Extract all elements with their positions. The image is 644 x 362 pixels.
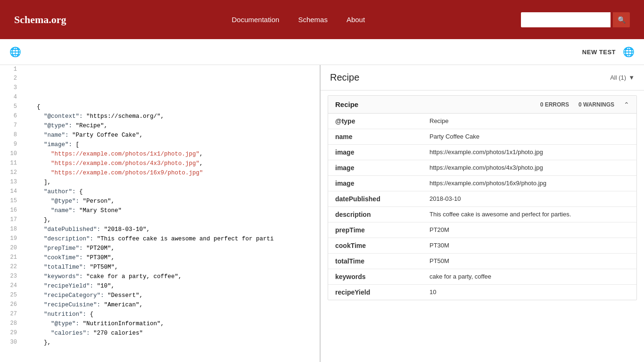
code-line: 4 type</span>=<span class="attr-value">"… bbox=[0, 93, 320, 102]
line-content: "@type": "Person", bbox=[23, 197, 316, 206]
property-value: https://example.com/photos/1x1/photo.jpg bbox=[422, 145, 636, 160]
code-line: 8 "name": "Party Coffee Cake", bbox=[0, 131, 320, 140]
line-number: 4 bbox=[4, 93, 17, 102]
toolbar: 🌐 NEW TEST 🌐 bbox=[0, 39, 644, 65]
line-number: 27 bbox=[4, 310, 17, 319]
line-number: 1 bbox=[4, 65, 17, 74]
property-value: 10 bbox=[422, 285, 636, 300]
line-number: 18 bbox=[4, 225, 17, 234]
property-key: image bbox=[328, 176, 422, 191]
nav: Documentation Schemas About bbox=[95, 16, 502, 24]
search-input[interactable] bbox=[521, 12, 611, 27]
code-line: 27 "nutrition": { bbox=[0, 310, 320, 319]
property-value: Party Coffee Cake bbox=[422, 129, 636, 145]
property-key: cookTime bbox=[328, 238, 422, 254]
line-content: "https://example.com/photos/4x3/photo.jp… bbox=[23, 159, 316, 168]
property-key: recipeYield bbox=[328, 285, 422, 300]
line-content: "@type": "NutritionInformation", bbox=[23, 319, 316, 329]
search-area: 🔍 bbox=[521, 12, 630, 27]
line-content: }, bbox=[23, 215, 316, 225]
line-content: ], bbox=[23, 178, 316, 187]
search-button[interactable]: 🔍 bbox=[613, 12, 630, 27]
line-number: 25 bbox=[4, 291, 17, 300]
line-number: 28 bbox=[4, 319, 17, 329]
property-value: https://example.com/photos/4x3/photo.jpg bbox=[422, 160, 636, 176]
line-number: 24 bbox=[4, 281, 17, 291]
line-content: "author": { bbox=[23, 187, 316, 197]
chevron-up-icon[interactable]: ⌃ bbox=[624, 101, 629, 108]
all-badge[interactable]: All (1) ▼ bbox=[610, 74, 635, 81]
line-number: 11 bbox=[4, 159, 17, 168]
line-number: 17 bbox=[4, 215, 17, 225]
code-line: 22 "totalTime": "PT50M", bbox=[0, 263, 320, 272]
results-section-header: Recipe 0 ERRORS 0 WARNINGS ⌃ bbox=[328, 96, 636, 114]
all-badge-label: All (1) bbox=[610, 74, 626, 81]
code-line: 21 "cookTime": "PT30M", bbox=[0, 253, 320, 263]
line-number: 3 bbox=[4, 83, 17, 93]
globe-right-icon[interactable]: 🌐 bbox=[623, 46, 635, 58]
nav-about[interactable]: About bbox=[347, 16, 365, 24]
line-content: "totalTime": "PT50M", bbox=[23, 263, 316, 272]
code-panel: 12 3 </span><span class="string-val">Par… bbox=[0, 65, 321, 362]
property-key: datePublished bbox=[328, 191, 422, 207]
results-section: Recipe 0 ERRORS 0 WARNINGS ⌃ @typeRecipe… bbox=[328, 95, 637, 300]
property-key: prepTime bbox=[328, 222, 422, 238]
line-content: "image": [ bbox=[23, 140, 316, 149]
line-content: "@context": "https://schema.org/", bbox=[23, 112, 316, 121]
property-value: PT50M bbox=[422, 254, 636, 269]
code-line: 30 }, bbox=[0, 338, 320, 347]
property-value: Recipe bbox=[422, 114, 636, 129]
line-number: 10 bbox=[4, 149, 17, 159]
code-line: 23 "keywords": "cake for a party, coffee… bbox=[0, 272, 320, 281]
property-key: image bbox=[328, 160, 422, 176]
logo[interactable]: Schema.org bbox=[14, 14, 66, 26]
line-number: 6 bbox=[4, 112, 17, 121]
line-content: "description": "This coffee cake is awes… bbox=[23, 234, 316, 244]
line-content: "cookTime": "PT30M", bbox=[23, 253, 316, 263]
line-number: 8 bbox=[4, 131, 17, 140]
code-line: 16 "name": "Mary Stone" bbox=[0, 206, 320, 215]
property-key: name bbox=[328, 129, 422, 145]
line-number: 20 bbox=[4, 244, 17, 253]
header: Schema.org Documentation Schemas About 🔍 bbox=[0, 0, 644, 39]
new-test-button[interactable]: NEW TEST bbox=[582, 49, 616, 56]
code-line: 12 "https://example.com/photos/16x9/phot… bbox=[0, 168, 320, 178]
line-number: 9 bbox=[4, 140, 17, 149]
line-content: "https://example.com/photos/16x9/photo.j… bbox=[23, 168, 316, 178]
property-value: PT30M bbox=[422, 238, 636, 254]
line-number: 13 bbox=[4, 178, 17, 187]
line-content: "recipeYield": "10", bbox=[23, 281, 316, 291]
line-number: 12 bbox=[4, 168, 17, 178]
line-number: 14 bbox=[4, 187, 17, 197]
line-content: "@type": "Recipe", bbox=[23, 121, 316, 131]
table-row: totalTimePT50M bbox=[328, 254, 636, 269]
code-line: 25 "recipeCategory": "Dessert", bbox=[0, 291, 320, 300]
code-line: 10 "https://example.com/photos/1x1/photo… bbox=[0, 149, 320, 159]
code-line: 7 "@type": "Recipe", bbox=[0, 121, 320, 131]
line-number: 30 bbox=[4, 338, 17, 347]
line-number: 16 bbox=[4, 206, 17, 215]
code-line: 13 ], bbox=[0, 178, 320, 187]
table-row: @typeRecipe bbox=[328, 114, 636, 129]
line-number: 15 bbox=[4, 197, 17, 206]
nav-documentation[interactable]: Documentation bbox=[231, 16, 279, 24]
line-content bbox=[23, 65, 316, 74]
line-number: 5 bbox=[4, 102, 17, 112]
line-content: "name": "Mary Stone" bbox=[23, 206, 316, 215]
code-line: 3 </span><span class="string-val">Party … bbox=[0, 83, 320, 93]
globe-left-icon[interactable]: 🌐 bbox=[9, 46, 21, 58]
code-line: 1 bbox=[0, 65, 320, 74]
nav-schemas[interactable]: Schemas bbox=[298, 16, 328, 24]
property-key: totalTime bbox=[328, 254, 422, 269]
table-row: recipeYield10 bbox=[328, 285, 636, 300]
error-info: 0 ERRORS 0 WARNINGS ⌃ bbox=[540, 101, 629, 108]
table-row: descriptionThis coffee cake is awesome a… bbox=[328, 207, 636, 222]
table-row: imagehttps://example.com/photos/1x1/phot… bbox=[328, 145, 636, 160]
table-row: nameParty Coffee Cake bbox=[328, 129, 636, 145]
code-line: 14 "author": { bbox=[0, 187, 320, 197]
line-content: "datePublished": "2018-03-10", bbox=[23, 225, 316, 234]
code-line: 28 "@type": "NutritionInformation", bbox=[0, 319, 320, 329]
code-line: 29 "calories": "270 calories" bbox=[0, 329, 320, 338]
line-content: "calories": "270 calories" bbox=[23, 329, 316, 338]
property-value: cake for a party, coffee bbox=[422, 269, 636, 285]
